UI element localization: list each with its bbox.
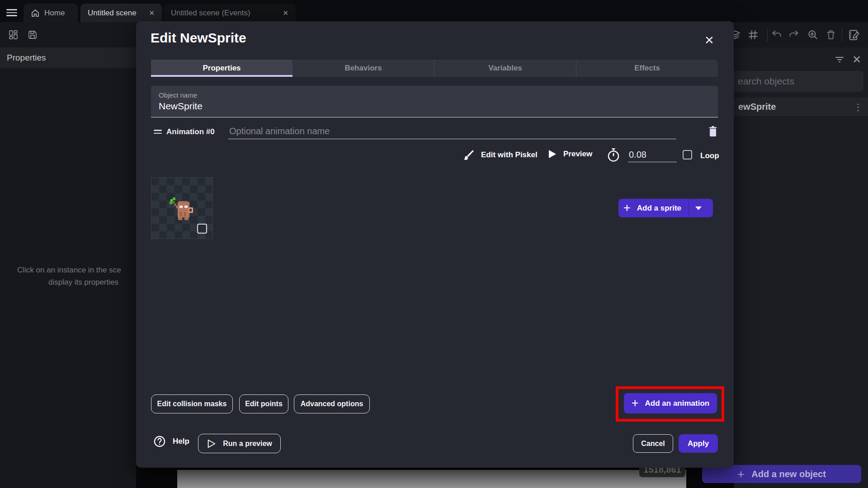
delete-animation-icon[interactable] (706, 124, 720, 139)
brush-icon (463, 149, 475, 161)
add-animation-label: Add an animation (645, 399, 710, 408)
edit-points-button[interactable]: Edit points (239, 394, 288, 413)
preview-label: Preview (563, 150, 592, 159)
object-menu-icon[interactable]: ⋮ (854, 102, 863, 113)
plus-icon: + (632, 396, 639, 410)
app-window: Home Untitled scene ✕ Untitled scene (Ev… (0, 0, 868, 488)
close-dialog-icon[interactable]: ✕ (701, 32, 717, 48)
tab-events-label: Untitled scene (Events) (171, 9, 250, 18)
split-divider (689, 199, 689, 217)
help-label: Help (173, 437, 189, 446)
tab-home-label: Home (44, 9, 65, 18)
grid-icon[interactable] (747, 28, 760, 41)
chevron-down-icon[interactable] (695, 206, 702, 210)
apply-button[interactable]: Apply (679, 434, 718, 453)
object-name-label: ewSprite (734, 102, 776, 112)
add-new-object-button[interactable]: + Add a new object (702, 465, 861, 483)
home-icon (31, 9, 40, 18)
animation-controls-row: Edit with Piskel Preview 0.08 Loop (151, 148, 718, 166)
edit-collision-masks-button[interactable]: Edit collision masks (151, 394, 233, 413)
tab-variables[interactable]: Variables (434, 60, 576, 77)
animation-label: Animation #0 (166, 127, 215, 136)
tab-untitled-scene[interactable]: Untitled scene ✕ (80, 4, 162, 22)
tab-effects[interactable]: Effects (576, 60, 718, 77)
filter-icon[interactable] (834, 54, 845, 65)
properties-panel-title: Properties (0, 47, 136, 68)
animation-name-placeholder: Optional animation name (229, 126, 330, 136)
add-new-object-label: Add a new object (751, 469, 826, 479)
dialog-tab-bar: Properties Behaviors Variables Effects (151, 60, 718, 77)
plus-icon: + (623, 201, 631, 215)
animation-name-input[interactable]: Optional animation name (228, 124, 676, 139)
tab-untitled-scene-events[interactable]: Untitled scene (Events) ✕ (164, 4, 296, 22)
help-icon (153, 435, 166, 448)
edit-scene-icon[interactable] (847, 28, 860, 41)
scene-canvas-edge (177, 470, 686, 488)
properties-empty-message-line1: Click on an instance in the sce (17, 266, 121, 275)
trash-icon[interactable] (825, 28, 837, 41)
close-tab-icon[interactable]: ✕ (283, 9, 288, 17)
tab-behaviors[interactable]: Behaviors (292, 60, 434, 77)
drag-handle-icon[interactable] (154, 130, 162, 135)
play-icon (547, 149, 557, 159)
object-list-item[interactable]: ewSprite ⋮ (734, 98, 868, 117)
close-panel-icon[interactable]: ✕ (852, 53, 861, 66)
redo-icon[interactable] (788, 28, 800, 41)
undo-icon[interactable] (770, 28, 783, 41)
save-icon[interactable] (26, 28, 39, 41)
add-animation-button[interactable]: + Add an animation (624, 393, 717, 413)
cancel-button[interactable]: Cancel (633, 434, 673, 453)
add-sprite-button[interactable]: + Add a sprite (618, 199, 713, 217)
tab-scene-label: Untitled scene (88, 9, 137, 18)
stopwatch-icon (607, 148, 620, 162)
dialog-title: Edit NewSprite (151, 30, 246, 46)
loop-checkbox[interactable] (683, 150, 692, 160)
time-between-frames-input[interactable]: 0.08 (628, 149, 677, 162)
run-preview-label: Run a preview (223, 440, 272, 448)
top-tab-bar: Home Untitled scene ✕ Untitled scene (Ev… (0, 0, 868, 22)
tab-home[interactable]: Home (24, 4, 78, 22)
tab-properties[interactable]: Properties (151, 60, 292, 77)
object-name-field-value: NewSprite (159, 101, 203, 112)
play-outline-icon (207, 439, 216, 448)
layout-icon[interactable] (7, 28, 20, 41)
time-between-frames-value: 0.08 (629, 150, 646, 160)
advanced-options-button[interactable]: Advanced options (294, 394, 370, 413)
sprite-frame-thumbnail[interactable] (151, 177, 213, 239)
animation-row: Animation #0 Optional animation name (151, 124, 718, 142)
search-objects-placeholder: earch objects (723, 76, 794, 87)
add-sprite-label: Add a sprite (637, 204, 681, 213)
search-objects-input[interactable]: earch objects (723, 71, 863, 92)
toolbar-divider (767, 28, 768, 42)
loop-label: Loop (700, 151, 719, 160)
properties-panel: Properties Click on an instance in the s… (0, 47, 136, 488)
properties-empty-message-line2: display its properties (48, 278, 118, 287)
run-preview-button[interactable]: Run a preview (198, 434, 281, 453)
main-menu-icon[interactable] (6, 9, 17, 16)
help-button[interactable]: Help (153, 435, 189, 448)
plus-icon: + (737, 467, 744, 481)
object-name-field[interactable]: Object name NewSprite (151, 86, 718, 117)
edit-with-piskel-button[interactable]: Edit with Piskel (463, 149, 538, 161)
edit-sprite-dialog: Edit NewSprite ✕ Properties Behaviors Va… (136, 21, 734, 468)
toolbar-divider (842, 28, 842, 42)
edit-with-piskel-label: Edit with Piskel (481, 150, 538, 160)
close-tab-icon[interactable]: ✕ (149, 9, 155, 17)
object-name-field-label: Object name (159, 91, 197, 99)
select-frame-checkbox[interactable] (197, 224, 207, 234)
preview-button[interactable]: Preview (547, 149, 592, 159)
zoom-in-icon[interactable] (807, 28, 819, 41)
